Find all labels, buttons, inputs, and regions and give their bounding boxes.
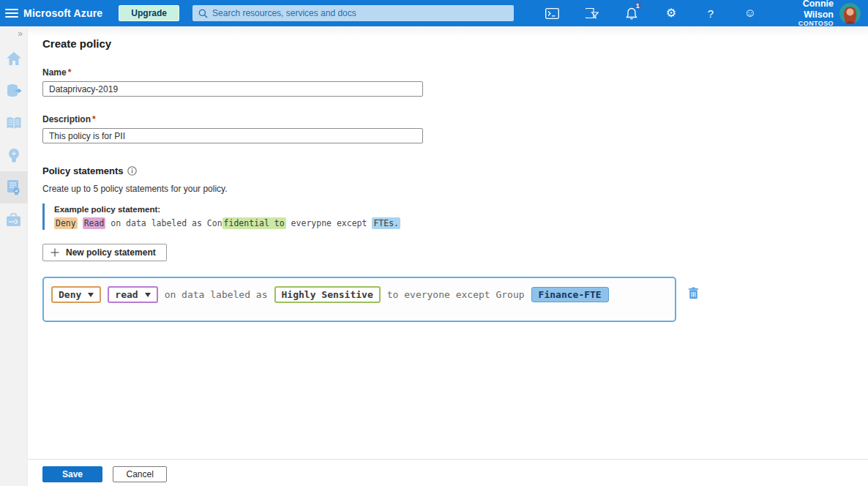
group-chip[interactable]: Finance-FTE [531, 287, 609, 302]
info-icon[interactable] [127, 166, 137, 176]
example-text: everypne except [286, 218, 373, 228]
example-text: on data labeled as Con [105, 218, 222, 228]
example-policy-statement: Example policy statement: Deny Read on d… [42, 203, 868, 230]
policy-statement-row-wrap: Deny read on data labeled as Highly Sens… [42, 277, 868, 322]
permission-dropdown[interactable]: read [108, 286, 157, 303]
glossary-book-icon [6, 116, 22, 130]
connector-text: on data labeled as [165, 289, 268, 300]
policy-statement-row: Deny read on data labeled as Highly Sens… [51, 286, 667, 303]
search-icon [198, 9, 208, 18]
name-input[interactable] [42, 81, 423, 97]
policy-statements-heading: Policy statements [42, 165, 868, 176]
sidebar-item-data-sources[interactable] [0, 75, 28, 107]
example-text [78, 218, 83, 228]
global-search[interactable] [192, 5, 514, 21]
cancel-button[interactable]: Cancel [113, 466, 166, 482]
sidebar-item-insights[interactable] [0, 139, 28, 171]
policy-certificate-icon [7, 179, 20, 195]
brand-title[interactable]: Microsoft Azure [23, 7, 102, 19]
expand-sidebar-chevron-icon[interactable]: » [18, 29, 23, 38]
form-footer: Save Cancel [28, 459, 868, 486]
account-menu[interactable]: Connie Wilson CONTOSO [780, 0, 834, 28]
action-dropdown[interactable]: Deny [51, 286, 101, 303]
new-policy-statement-button[interactable]: New policy statement [42, 244, 167, 261]
plus-icon [50, 248, 59, 257]
hamburger-menu-icon[interactable] [0, 0, 23, 26]
feedback-smiley-icon[interactable]: ☺ [739, 2, 761, 24]
app-shell: » [0, 26, 868, 486]
example-permission-highlight: Read [83, 217, 106, 229]
left-sidebar: » [0, 26, 28, 486]
insights-bulb-icon [7, 148, 20, 163]
search-input[interactable] [212, 8, 508, 18]
new-policy-statement-label: New policy statement [66, 247, 156, 258]
sidebar-item-home[interactable] [0, 42, 28, 75]
example-label: Example policy statement: [54, 205, 868, 214]
home-icon [6, 51, 22, 66]
main-content: Create policy Name* Description* Policy … [28, 26, 868, 486]
example-group-highlight: FTEs. [372, 217, 400, 229]
cloud-shell-icon[interactable] [542, 2, 564, 24]
directory-filter-icon[interactable] [581, 2, 603, 24]
description-field-label: Description* [42, 114, 868, 124]
trash-icon [688, 287, 699, 299]
notification-badge: 1 [633, 1, 643, 10]
chevron-down-icon [88, 293, 94, 297]
delete-statement-button[interactable] [688, 287, 699, 302]
save-button[interactable]: Save [42, 466, 102, 482]
required-asterisk: * [68, 67, 72, 78]
policy-statements-title: Policy statements [42, 165, 124, 176]
sidebar-item-glossary[interactable] [0, 107, 28, 139]
avatar[interactable] [839, 3, 861, 24]
management-toolbox-icon [6, 213, 21, 227]
sidebar-item-management[interactable] [0, 203, 28, 236]
required-asterisk: * [92, 114, 96, 124]
settings-gear-icon[interactable]: ⚙ [660, 2, 682, 24]
user-name: Connie Wilson [780, 0, 834, 20]
top-bar-icons: 1 ⚙ ? ☺ [533, 2, 770, 24]
example-action-highlight: Deny [54, 217, 78, 229]
help-icon[interactable]: ? [700, 2, 722, 24]
example-label-highlight: fidential to [222, 217, 286, 229]
sensitivity-label-picker[interactable]: Highly Sensitive [274, 286, 381, 303]
description-input[interactable] [42, 128, 423, 143]
azure-top-bar: Microsoft Azure Upgrade [0, 0, 868, 26]
description-label-text: Description [42, 114, 91, 124]
sidebar-item-policy[interactable] [0, 171, 28, 203]
name-field-label: Name* [42, 67, 868, 78]
example-statement-text: Deny Read on data labeled as Confidentia… [54, 218, 868, 228]
name-label-text: Name [42, 67, 67, 78]
data-source-icon [6, 83, 22, 98]
connector-text: to everyone except Group [387, 289, 525, 300]
policy-statement-card: Deny read on data labeled as Highly Sens… [42, 277, 676, 322]
action-value: Deny [59, 289, 81, 300]
chevron-down-icon [145, 293, 151, 297]
permission-value: read [115, 289, 138, 300]
page-title: Create policy [42, 37, 868, 50]
notifications-bell-icon[interactable]: 1 [621, 2, 643, 24]
sensitivity-label-value: Highly Sensitive [282, 289, 373, 300]
policy-statements-subtext: Create up to 5 policy statements for you… [42, 184, 868, 194]
upgrade-button[interactable]: Upgrade [119, 5, 179, 21]
